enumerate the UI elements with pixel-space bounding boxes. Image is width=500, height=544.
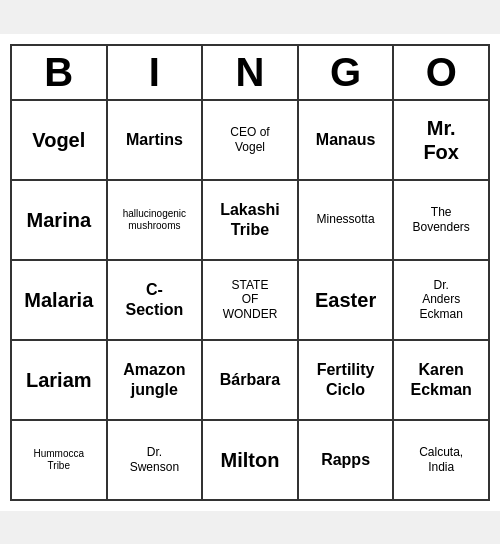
cell-text-12: STATEOFWONDER <box>223 278 278 321</box>
cell-text-1: Martins <box>126 130 183 149</box>
cell-text-9: TheBovenders <box>413 205 470 234</box>
bingo-cell-15: Lariam <box>12 341 108 421</box>
cell-text-2: CEO ofVogel <box>230 125 269 154</box>
cell-text-21: Dr.Swenson <box>130 445 179 474</box>
bingo-cell-18: FertilityCiclo <box>299 341 395 421</box>
cell-text-4: Mr.Fox <box>423 116 459 164</box>
bingo-cell-16: Amazonjungle <box>108 341 204 421</box>
bingo-cell-24: Calcuta,India <box>394 421 490 501</box>
bingo-grid: VogelMartinsCEO ofVogelManausMr.FoxMarin… <box>10 101 490 501</box>
bingo-cell-8: Minessotta <box>299 181 395 261</box>
cell-text-3: Manaus <box>316 130 376 149</box>
bingo-header: BINGO <box>10 44 490 101</box>
cell-text-16: Amazonjungle <box>123 360 185 398</box>
header-letter-o: O <box>394 46 490 101</box>
bingo-cell-6: hallucinogenicmushrooms <box>108 181 204 261</box>
bingo-cell-5: Marina <box>12 181 108 261</box>
bingo-cell-21: Dr.Swenson <box>108 421 204 501</box>
bingo-cell-3: Manaus <box>299 101 395 181</box>
cell-text-17: Bárbara <box>220 370 280 389</box>
bingo-cell-10: Malaria <box>12 261 108 341</box>
bingo-cell-9: TheBovenders <box>394 181 490 261</box>
header-letter-g: G <box>299 46 395 101</box>
bingo-cell-17: Bárbara <box>203 341 299 421</box>
bingo-cell-20: HummoccaTribe <box>12 421 108 501</box>
cell-text-6: hallucinogenicmushrooms <box>123 208 186 232</box>
header-letter-i: I <box>108 46 204 101</box>
cell-text-0: Vogel <box>32 128 85 152</box>
cell-text-11: C-Section <box>125 280 183 318</box>
bingo-cell-2: CEO ofVogel <box>203 101 299 181</box>
bingo-cell-1: Martins <box>108 101 204 181</box>
cell-text-18: FertilityCiclo <box>317 360 375 398</box>
cell-text-8: Minessotta <box>317 212 375 226</box>
bingo-cell-7: LakashiTribe <box>203 181 299 261</box>
cell-text-19: KarenEckman <box>411 360 472 398</box>
cell-text-10: Malaria <box>24 288 93 312</box>
cell-text-20: HummoccaTribe <box>34 448 85 472</box>
header-letter-n: N <box>203 46 299 101</box>
cell-text-14: Dr.AndersEckman <box>420 278 463 321</box>
cell-text-15: Lariam <box>26 368 92 392</box>
cell-text-7: LakashiTribe <box>220 200 280 238</box>
bingo-cell-23: Rapps <box>299 421 395 501</box>
bingo-cell-0: Vogel <box>12 101 108 181</box>
cell-text-13: Easter <box>315 288 376 312</box>
cell-text-5: Marina <box>27 208 91 232</box>
bingo-cell-4: Mr.Fox <box>394 101 490 181</box>
bingo-cell-19: KarenEckman <box>394 341 490 421</box>
header-letter-b: B <box>12 46 108 101</box>
bingo-cell-22: Milton <box>203 421 299 501</box>
cell-text-24: Calcuta,India <box>419 445 463 474</box>
cell-text-23: Rapps <box>321 450 370 469</box>
bingo-cell-12: STATEOFWONDER <box>203 261 299 341</box>
bingo-card: BINGO VogelMartinsCEO ofVogelManausMr.Fo… <box>0 34 500 511</box>
bingo-cell-14: Dr.AndersEckman <box>394 261 490 341</box>
bingo-cell-11: C-Section <box>108 261 204 341</box>
cell-text-22: Milton <box>221 448 280 472</box>
bingo-cell-13: Easter <box>299 261 395 341</box>
